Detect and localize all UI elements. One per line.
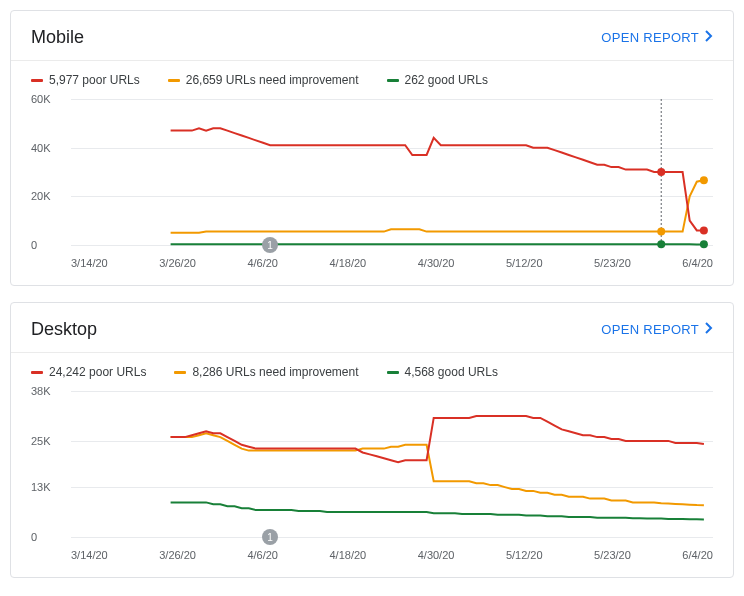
desktop-title: Desktop — [31, 319, 97, 340]
x-tick-label: 6/4/20 — [682, 549, 713, 561]
needs-swatch — [168, 79, 180, 82]
mobile-chart-wrap: 020K40K60K13/14/203/26/204/6/204/18/204/… — [11, 91, 733, 285]
mobile-plot-area: 1 — [71, 99, 713, 245]
needs-swatch — [174, 371, 186, 374]
x-tick-label: 3/14/20 — [71, 549, 108, 561]
legend-label: 262 good URLs — [405, 73, 488, 87]
good-swatch — [387, 79, 399, 82]
x-tick-label: 4/18/20 — [330, 549, 367, 561]
desktop-x-axis: 3/14/203/26/204/6/204/18/204/30/205/12/2… — [71, 549, 713, 561]
mobile-line-needs — [171, 180, 704, 233]
data-point-poor — [700, 226, 708, 234]
annotation-marker[interactable]: 1 — [262, 237, 278, 253]
mobile-line-poor — [171, 128, 704, 230]
x-tick-label: 5/12/20 — [506, 549, 543, 561]
legend-label: 4,568 good URLs — [405, 365, 498, 379]
mobile-chart: 020K40K60K13/14/203/26/204/6/204/18/204/… — [31, 99, 713, 269]
y-tick-label: 0 — [31, 239, 63, 251]
chevron-right-icon — [705, 30, 713, 45]
y-tick-label: 60K — [31, 93, 63, 105]
mobile-header: MobileOPEN REPORT — [11, 11, 733, 61]
legend-label: 5,977 poor URLs — [49, 73, 140, 87]
x-tick-label: 5/23/20 — [594, 549, 631, 561]
x-tick-label: 4/30/20 — [418, 549, 455, 561]
x-tick-label: 6/4/20 — [682, 257, 713, 269]
x-tick-label: 4/18/20 — [330, 257, 367, 269]
open-report-label: OPEN REPORT — [601, 322, 699, 337]
x-tick-label: 5/23/20 — [594, 257, 631, 269]
y-tick-label: 38K — [31, 385, 63, 397]
y-tick-label: 25K — [31, 435, 63, 447]
x-tick-label: 3/26/20 — [159, 257, 196, 269]
legend-item-poor: 24,242 poor URLs — [31, 365, 146, 379]
x-tick-label: 4/30/20 — [418, 257, 455, 269]
x-tick-label: 3/26/20 — [159, 549, 196, 561]
good-swatch — [387, 371, 399, 374]
legend-item-good: 4,568 good URLs — [387, 365, 498, 379]
chevron-right-icon — [705, 322, 713, 337]
desktop-line-good — [171, 502, 704, 519]
desktop-header: DesktopOPEN REPORT — [11, 303, 733, 353]
x-tick-label: 5/12/20 — [506, 257, 543, 269]
x-tick-label: 4/6/20 — [247, 549, 278, 561]
data-point-good — [657, 240, 665, 248]
legend-item-good: 262 good URLs — [387, 73, 488, 87]
legend-label: 8,286 URLs need improvement — [192, 365, 358, 379]
desktop-line-needs — [171, 433, 704, 505]
legend-label: 24,242 poor URLs — [49, 365, 146, 379]
legend-item-needs: 26,659 URLs need improvement — [168, 73, 359, 87]
grid-line — [71, 537, 713, 538]
mobile-legend: 5,977 poor URLs26,659 URLs need improvem… — [11, 61, 733, 91]
y-tick-label: 40K — [31, 142, 63, 154]
desktop-line-svg — [71, 391, 711, 537]
y-tick-label: 13K — [31, 481, 63, 493]
y-tick-label: 20K — [31, 190, 63, 202]
desktop-plot-area: 1 — [71, 391, 713, 537]
data-point-needs — [657, 228, 665, 236]
desktop-chart-wrap: 013K25K38K13/14/203/26/204/6/204/18/204/… — [11, 383, 733, 577]
poor-swatch — [31, 371, 43, 374]
desktop-open-report-link[interactable]: OPEN REPORT — [601, 322, 713, 337]
y-tick-label: 0 — [31, 531, 63, 543]
desktop-legend: 24,242 poor URLs8,286 URLs need improvem… — [11, 353, 733, 383]
desktop-chart: 013K25K38K13/14/203/26/204/6/204/18/204/… — [31, 391, 713, 561]
desktop-line-poor — [171, 416, 704, 462]
mobile-card: MobileOPEN REPORT5,977 poor URLs26,659 U… — [10, 10, 734, 286]
legend-item-needs: 8,286 URLs need improvement — [174, 365, 358, 379]
mobile-open-report-link[interactable]: OPEN REPORT — [601, 30, 713, 45]
data-point-needs — [700, 176, 708, 184]
mobile-title: Mobile — [31, 27, 84, 48]
legend-item-poor: 5,977 poor URLs — [31, 73, 140, 87]
mobile-x-axis: 3/14/203/26/204/6/204/18/204/30/205/12/2… — [71, 257, 713, 269]
data-point-good — [700, 240, 708, 248]
legend-label: 26,659 URLs need improvement — [186, 73, 359, 87]
open-report-label: OPEN REPORT — [601, 30, 699, 45]
mobile-line-svg — [71, 99, 711, 245]
annotation-marker[interactable]: 1 — [262, 529, 278, 545]
x-tick-label: 4/6/20 — [247, 257, 278, 269]
data-point-poor — [657, 168, 665, 176]
desktop-card: DesktopOPEN REPORT24,242 poor URLs8,286 … — [10, 302, 734, 578]
x-tick-label: 3/14/20 — [71, 257, 108, 269]
poor-swatch — [31, 79, 43, 82]
